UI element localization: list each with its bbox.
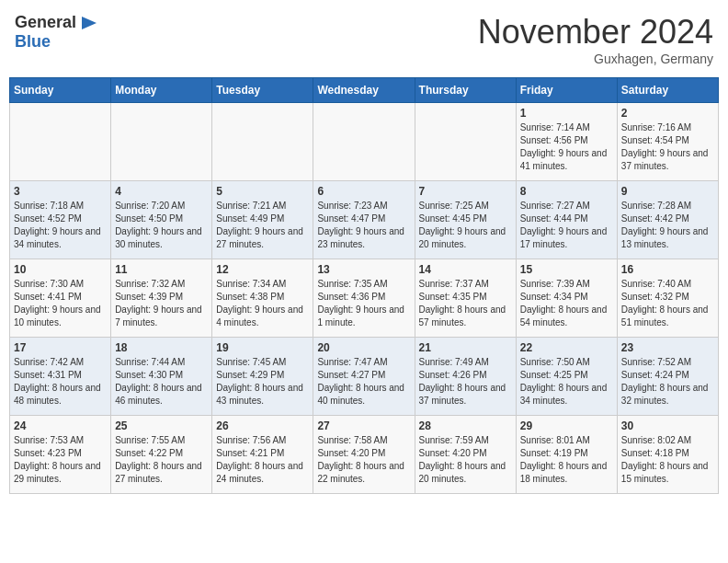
logo: General Blue — [15, 13, 98, 52]
day-cell: 12Sunrise: 7:34 AMSunset: 4:38 PMDayligh… — [212, 259, 313, 338]
day-info: Sunrise: 7:32 AMSunset: 4:39 PMDaylight:… — [115, 278, 208, 329]
weekday-header-sunday: Sunday — [10, 78, 111, 103]
day-cell: 25Sunrise: 7:55 AMSunset: 4:22 PMDayligh… — [111, 416, 212, 494]
week-row-5: 24Sunrise: 7:53 AMSunset: 4:23 PMDayligh… — [10, 416, 719, 494]
day-cell: 11Sunrise: 7:32 AMSunset: 4:39 PMDayligh… — [111, 259, 212, 338]
day-info: Sunrise: 7:58 AMSunset: 4:20 PMDaylight:… — [317, 434, 410, 486]
day-cell — [111, 103, 212, 181]
day-cell: 20Sunrise: 7:47 AMSunset: 4:27 PMDayligh… — [313, 338, 415, 416]
weekday-header-friday: Friday — [516, 78, 617, 103]
week-row-2: 3Sunrise: 7:18 AMSunset: 4:52 PMDaylight… — [10, 181, 719, 259]
day-info: Sunrise: 7:55 AMSunset: 4:22 PMDaylight:… — [115, 434, 208, 486]
day-number: 23 — [621, 341, 714, 354]
logo-blue-text: Blue — [15, 32, 51, 52]
weekday-header-thursday: Thursday — [415, 78, 516, 103]
day-cell — [212, 103, 313, 181]
header: General Blue November 2024 Guxhagen, Ger… — [9, 9, 719, 70]
day-cell: 23Sunrise: 7:52 AMSunset: 4:24 PMDayligh… — [617, 338, 718, 416]
day-cell: 13Sunrise: 7:35 AMSunset: 4:36 PMDayligh… — [313, 259, 415, 338]
calendar-table: SundayMondayTuesdayWednesdayThursdayFrid… — [9, 77, 719, 494]
week-row-3: 10Sunrise: 7:30 AMSunset: 4:41 PMDayligh… — [10, 259, 719, 338]
day-cell: 1Sunrise: 7:14 AMSunset: 4:56 PMDaylight… — [516, 103, 617, 181]
day-cell: 10Sunrise: 7:30 AMSunset: 4:41 PMDayligh… — [10, 259, 111, 338]
day-info: Sunrise: 7:18 AMSunset: 4:52 PMDaylight:… — [14, 200, 107, 251]
day-info: Sunrise: 7:39 AMSunset: 4:34 PMDaylight:… — [520, 278, 613, 329]
location-title: Guxhagen, Germany — [478, 52, 713, 66]
day-info: Sunrise: 7:44 AMSunset: 4:30 PMDaylight:… — [115, 356, 208, 408]
day-cell: 2Sunrise: 7:16 AMSunset: 4:54 PMDaylight… — [617, 103, 718, 181]
day-info: Sunrise: 8:01 AMSunset: 4:19 PMDaylight:… — [520, 434, 613, 486]
day-cell: 26Sunrise: 7:56 AMSunset: 4:21 PMDayligh… — [212, 416, 313, 494]
day-number: 8 — [520, 185, 613, 198]
day-info: Sunrise: 7:27 AMSunset: 4:44 PMDaylight:… — [520, 200, 613, 251]
day-info: Sunrise: 7:49 AMSunset: 4:26 PMDaylight:… — [419, 356, 512, 408]
day-cell: 28Sunrise: 7:59 AMSunset: 4:20 PMDayligh… — [415, 416, 516, 494]
day-cell: 19Sunrise: 7:45 AMSunset: 4:29 PMDayligh… — [212, 338, 313, 416]
day-number: 26 — [216, 419, 309, 432]
day-cell: 17Sunrise: 7:42 AMSunset: 4:31 PMDayligh… — [10, 338, 111, 416]
day-number: 11 — [115, 263, 208, 276]
weekday-header-saturday: Saturday — [617, 78, 718, 103]
day-cell: 30Sunrise: 8:02 AMSunset: 4:18 PMDayligh… — [617, 416, 718, 494]
day-number: 30 — [621, 419, 714, 432]
day-info: Sunrise: 7:56 AMSunset: 4:21 PMDaylight:… — [216, 434, 309, 486]
day-info: Sunrise: 7:20 AMSunset: 4:50 PMDaylight:… — [115, 200, 208, 251]
day-number: 21 — [419, 341, 512, 354]
day-info: Sunrise: 7:47 AMSunset: 4:27 PMDaylight:… — [317, 356, 410, 408]
day-info: Sunrise: 7:40 AMSunset: 4:32 PMDaylight:… — [621, 278, 714, 329]
day-cell: 29Sunrise: 8:01 AMSunset: 4:19 PMDayligh… — [516, 416, 617, 494]
day-cell: 6Sunrise: 7:23 AMSunset: 4:47 PMDaylight… — [313, 181, 415, 259]
title-area: November 2024 Guxhagen, Germany — [478, 13, 713, 66]
day-number: 6 — [317, 185, 410, 198]
day-info: Sunrise: 7:53 AMSunset: 4:23 PMDaylight:… — [14, 434, 107, 486]
day-info: Sunrise: 7:28 AMSunset: 4:42 PMDaylight:… — [621, 200, 714, 251]
day-number: 3 — [14, 185, 107, 198]
day-info: Sunrise: 7:35 AMSunset: 4:36 PMDaylight:… — [317, 278, 410, 329]
day-number: 24 — [14, 419, 107, 432]
day-info: Sunrise: 8:02 AMSunset: 4:18 PMDaylight:… — [621, 434, 714, 486]
weekday-header-row: SundayMondayTuesdayWednesdayThursdayFrid… — [10, 78, 719, 103]
weekday-header-monday: Monday — [111, 78, 212, 103]
day-number: 15 — [520, 263, 613, 276]
day-number: 5 — [216, 185, 309, 198]
weekday-header-wednesday: Wednesday — [313, 78, 415, 103]
day-number: 13 — [317, 263, 410, 276]
month-title: November 2024 — [478, 13, 713, 52]
day-number: 18 — [115, 341, 208, 354]
day-number: 7 — [419, 185, 512, 198]
weekday-header-tuesday: Tuesday — [212, 78, 313, 103]
day-number: 25 — [115, 419, 208, 432]
day-cell — [10, 103, 111, 181]
svg-marker-0 — [82, 17, 97, 29]
day-info: Sunrise: 7:21 AMSunset: 4:49 PMDaylight:… — [216, 200, 309, 251]
day-cell: 14Sunrise: 7:37 AMSunset: 4:35 PMDayligh… — [415, 259, 516, 338]
week-row-1: 1Sunrise: 7:14 AMSunset: 4:56 PMDaylight… — [10, 103, 719, 181]
day-cell: 3Sunrise: 7:18 AMSunset: 4:52 PMDaylight… — [10, 181, 111, 259]
day-info: Sunrise: 7:52 AMSunset: 4:24 PMDaylight:… — [621, 356, 714, 408]
day-info: Sunrise: 7:37 AMSunset: 4:35 PMDaylight:… — [419, 278, 512, 329]
day-number: 2 — [621, 107, 714, 120]
day-cell — [313, 103, 415, 181]
day-number: 19 — [216, 341, 309, 354]
day-cell: 21Sunrise: 7:49 AMSunset: 4:26 PMDayligh… — [415, 338, 516, 416]
day-number: 16 — [621, 263, 714, 276]
day-info: Sunrise: 7:30 AMSunset: 4:41 PMDaylight:… — [14, 278, 107, 329]
day-info: Sunrise: 7:45 AMSunset: 4:29 PMDaylight:… — [216, 356, 309, 408]
day-cell: 22Sunrise: 7:50 AMSunset: 4:25 PMDayligh… — [516, 338, 617, 416]
day-cell — [415, 103, 516, 181]
day-info: Sunrise: 7:23 AMSunset: 4:47 PMDaylight:… — [317, 200, 410, 251]
day-cell: 4Sunrise: 7:20 AMSunset: 4:50 PMDaylight… — [111, 181, 212, 259]
day-cell: 27Sunrise: 7:58 AMSunset: 4:20 PMDayligh… — [313, 416, 415, 494]
day-number: 17 — [14, 341, 107, 354]
day-number: 10 — [14, 263, 107, 276]
day-number: 14 — [419, 263, 512, 276]
day-cell: 7Sunrise: 7:25 AMSunset: 4:45 PMDaylight… — [415, 181, 516, 259]
day-info: Sunrise: 7:59 AMSunset: 4:20 PMDaylight:… — [419, 434, 512, 486]
logo-flag-icon — [78, 15, 98, 31]
day-number: 28 — [419, 419, 512, 432]
day-number: 20 — [317, 341, 410, 354]
day-number: 22 — [520, 341, 613, 354]
day-number: 29 — [520, 419, 613, 432]
day-number: 12 — [216, 263, 309, 276]
day-cell: 15Sunrise: 7:39 AMSunset: 4:34 PMDayligh… — [516, 259, 617, 338]
